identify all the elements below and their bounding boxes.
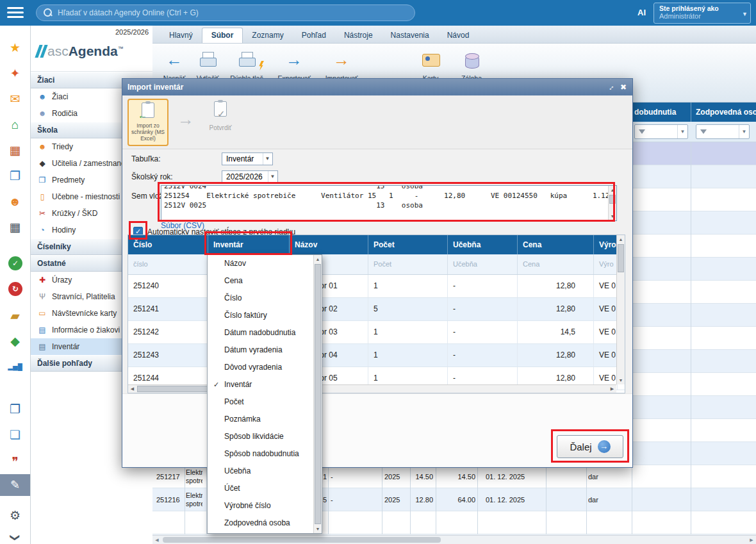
grid-vscroll-thumb[interactable] (618, 244, 624, 272)
close-icon[interactable]: ✖ (617, 79, 630, 95)
bg-horizontal-scrollbar[interactable]: ◀ ▶ (152, 535, 756, 544)
grid-horizontal-scrollbar[interactable]: ◀ ▶ (128, 384, 616, 393)
tab-nastavenia[interactable]: Nastavenia (382, 28, 438, 43)
grid-cell-0-5: 12,80 (518, 275, 594, 297)
wand-icon[interactable]: ✦ (0, 65, 30, 82)
scroll-right-icon[interactable]: ▶ (608, 385, 616, 393)
grid-filter-5[interactable]: Cena (518, 254, 594, 274)
dropdown-item-0[interactable]: Názov (208, 255, 313, 272)
pen-icon[interactable]: ✎ (0, 474, 30, 496)
tab-hlavný[interactable]: Hlavný (160, 28, 202, 43)
table-select[interactable]: Inventár▼ (222, 152, 273, 165)
scroll-down-icon[interactable]: ▼ (617, 376, 625, 384)
paste-scroll-thumb[interactable] (609, 195, 616, 204)
scroll-up-icon[interactable]: ▲ (609, 186, 616, 194)
grid-filter-4[interactable]: Učebňa (448, 254, 518, 274)
dropdown-item-2[interactable]: Číslo (208, 290, 313, 307)
grid-filter-6[interactable]: Výro (594, 254, 618, 274)
check-circle-icon[interactable]: ✓ (8, 256, 22, 270)
grid-row-0[interactable]: 251240Ventilátor 011-12,80VE 0 (128, 275, 625, 298)
dropdown-item-9[interactable]: Poznámka (208, 411, 313, 428)
restore-icon[interactable]: ↔ (604, 79, 617, 95)
scroll-down-icon[interactable]: ▼ (314, 525, 322, 533)
dropdown-item-6[interactable]: Dôvod vyradenia (208, 359, 313, 376)
confirm-button-label: Potvrdiť (201, 124, 240, 131)
dialog-titlebar[interactable]: Import inventár ↔ ✖ (122, 79, 632, 95)
tab-pohľad[interactable]: Pohľad (293, 28, 335, 43)
book-icon[interactable]: ❐ (0, 168, 30, 185)
paste-area[interactable]: 2512V 0024 15 osoba 251254 Elektrické sp… (161, 185, 617, 221)
grid-filter-0[interactable]: číslo (128, 254, 208, 274)
scroll-left-icon[interactable]: ◀ (152, 536, 161, 544)
star-icon[interactable]: ★ (0, 40, 30, 56)
next-button[interactable]: Ďalej → (557, 435, 623, 458)
chevron-down-icon[interactable]: ❯ (7, 523, 24, 544)
library-icon[interactable]: ❐ (0, 401, 30, 418)
chart-icon[interactable]: ▂▅█ (0, 359, 30, 375)
scroll-right-icon[interactable]: ▶ (747, 536, 756, 544)
year-select[interactable]: 2025/2026▼ (222, 170, 278, 183)
paste-scrollbar[interactable]: ▲ ▼ (608, 186, 616, 220)
grid-row-2[interactable]: 251242Ventilátor 031-14,5VE 0 (128, 321, 625, 344)
grid-column-header-4[interactable]: Učebňa (448, 235, 518, 254)
dropdown-item-5[interactable]: Dátum vyradenia (208, 342, 313, 359)
logo-tm: ™ (118, 45, 124, 52)
hamburger-menu-icon[interactable] (7, 7, 24, 19)
calendar-icon[interactable]: ▦ (0, 219, 30, 236)
gear-icon[interactable]: ⚙ (0, 507, 30, 524)
bg-column-header-date-acquired[interactable]: dobudnutia (634, 103, 676, 122)
ai-button[interactable]: AI (637, 8, 646, 17)
import-from-clipboard-button[interactable]: ← Import zo schránky (MS Excel) (127, 99, 168, 146)
dropdown-item-7[interactable]: ✓Inventár (208, 376, 313, 393)
tab-návod[interactable]: Návod (438, 28, 479, 43)
tab-nástroje[interactable]: Nástroje (335, 28, 382, 43)
grid-filter-3[interactable]: Počet (368, 254, 448, 274)
scroll-up-icon[interactable]: ▲ (314, 255, 322, 263)
dropdown-item-10[interactable]: Spôsob likvidácie (208, 428, 313, 445)
dropdown-item-13[interactable]: Účet (208, 480, 313, 497)
scroll-down-icon[interactable]: ▼ (609, 212, 616, 220)
scroll-left-icon[interactable]: ◀ (128, 385, 136, 393)
grid-column-header-6[interactable]: Výrobn (594, 235, 618, 254)
account-menu[interactable]: Ste prihlásený ako Administrátor ▼ (653, 3, 751, 24)
shield-icon[interactable]: ◆ (0, 333, 30, 350)
bg-filter-responsible-person[interactable]: ▼ (696, 124, 750, 139)
confirm-button[interactable]: ✓ Potvrdiť (201, 99, 240, 146)
dropdown-scroll-thumb[interactable] (315, 264, 321, 524)
global-search[interactable] (36, 4, 415, 21)
briefcase-icon[interactable]: ▰ (0, 308, 30, 324)
grid-column-header-3[interactable]: Počet (368, 235, 448, 254)
status-circle-icon[interactable]: ↻ (8, 282, 22, 296)
check-icon: ✓ (213, 376, 219, 393)
mail-icon[interactable]: ✉ (0, 91, 30, 108)
pages-icon[interactable]: ❏ (0, 427, 30, 443)
tab-zoznamy[interactable]: Zoznamy (243, 28, 292, 43)
grid-vertical-scrollbar[interactable]: ▲ ▼ (616, 235, 625, 384)
grid-column-header-5[interactable]: Cena (518, 235, 594, 254)
scroll-up-icon[interactable]: ▲ (617, 235, 625, 243)
dropdown-scrollbar[interactable]: ▲ ▼ (313, 255, 322, 533)
grid-column-header-2[interactable]: Názov (290, 235, 368, 254)
home-icon[interactable]: ⌂ (0, 117, 30, 133)
grid-row-3[interactable]: 251243Ventilátor 041-12,80VE 0 (128, 344, 625, 367)
bg-filter-date-acquired[interactable]: ▼ (634, 124, 688, 139)
grid-column-header-1[interactable]: Inventár (208, 235, 290, 254)
timetable-icon[interactable]: ▦ (0, 142, 30, 159)
dropdown-item-4[interactable]: Dátum nadobudnutia (208, 324, 313, 342)
bg-column-header-responsible-person[interactable]: Zodpovedná osoba (696, 103, 756, 122)
dropdown-item-14[interactable]: Výrobné číslo (208, 497, 313, 515)
dropdown-item-3[interactable]: Číslo faktúry (208, 307, 313, 324)
dropdown-item-1[interactable]: Cena (208, 272, 313, 290)
grid-column-header-0[interactable]: Číslo (128, 235, 208, 254)
grid-rows: 251240Ventilátor 011-12,80VE 0251241Vent… (128, 275, 625, 390)
student-icon[interactable]: ☻ (0, 194, 30, 210)
dropdown-item-8[interactable]: Počet (208, 393, 313, 411)
search-input[interactable] (58, 8, 415, 17)
dropdown-item-11[interactable]: Spôsob nadobudnutia (208, 445, 313, 463)
dropdown-item-15[interactable]: Zodpovedná osoba (208, 515, 313, 532)
tab-súbor[interactable]: Súbor (202, 28, 243, 43)
dropdown-item-12[interactable]: Učebňa (208, 463, 313, 480)
bg-hscroll-thumb[interactable] (163, 537, 441, 543)
chat-icon[interactable]: ❞ (0, 454, 30, 470)
grid-row-1[interactable]: 251241Ventilátor 025-12,80VE 0 (128, 298, 625, 321)
